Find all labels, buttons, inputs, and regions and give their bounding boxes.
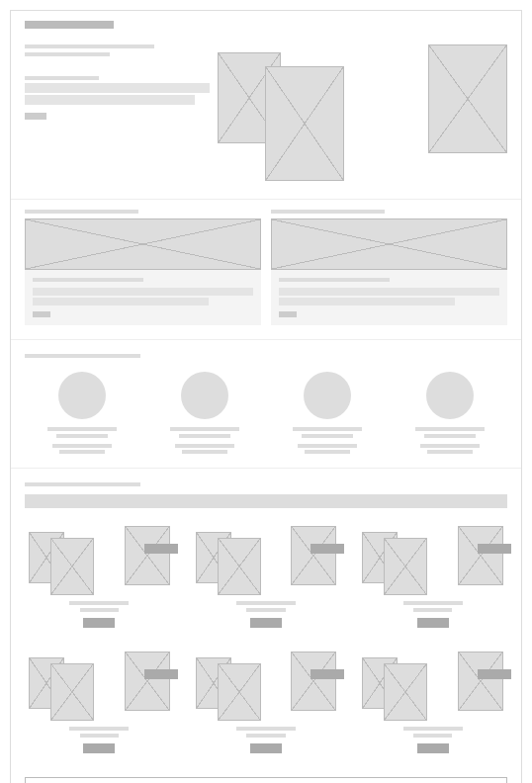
page-header: [11, 11, 521, 39]
card-heading: [279, 278, 390, 282]
product-image-stack: [358, 648, 507, 719]
team-member: [393, 372, 507, 454]
product-image: [458, 652, 503, 711]
card-line: [279, 288, 499, 296]
product-cta-button[interactable]: [417, 618, 449, 628]
footer-input[interactable]: [25, 777, 507, 783]
product-image-stack: [25, 648, 174, 719]
member-line: [52, 444, 112, 448]
team-member: [270, 372, 385, 454]
hero-image-center: [265, 66, 344, 181]
product-image: [384, 538, 427, 595]
card-image: [271, 218, 507, 270]
member-line: [305, 450, 350, 454]
hero-cta-button[interactable]: [25, 113, 46, 120]
member-name: [47, 427, 117, 431]
avatar: [426, 372, 474, 419]
team-heading: [25, 354, 140, 358]
product-title: [69, 601, 129, 605]
hero-body-1: [25, 83, 210, 93]
member-role: [424, 434, 476, 438]
card-cta-button[interactable]: [279, 311, 297, 317]
card-eyebrow: [271, 210, 385, 214]
member-name: [170, 427, 239, 431]
product-image: [218, 663, 261, 721]
card-line: [279, 298, 455, 305]
member-role: [56, 434, 108, 438]
product-cta-button[interactable]: [250, 618, 282, 628]
member-line: [420, 444, 480, 448]
member-line: [427, 450, 473, 454]
product-card: [25, 522, 174, 628]
product-image: [125, 526, 170, 585]
page: [10, 10, 522, 783]
product-cta-button[interactable]: [83, 743, 115, 753]
team-section: [11, 340, 521, 469]
card-body: [271, 270, 507, 325]
product-image: [50, 663, 94, 721]
card-line: [33, 288, 253, 296]
hero-image-stack: [218, 44, 507, 183]
product-image-stack: [25, 522, 174, 593]
product-sub: [246, 608, 285, 612]
products-section: [11, 469, 521, 767]
product-image: [458, 526, 503, 585]
card: [25, 210, 261, 325]
product-image: [125, 652, 170, 711]
product-card: [358, 522, 507, 628]
product-sub: [80, 734, 119, 738]
product-image-stack: [358, 522, 507, 593]
product-sub: [80, 608, 119, 612]
product-cta-button[interactable]: [417, 743, 449, 753]
product-card: [192, 648, 341, 753]
hero-label: [25, 76, 99, 80]
product-title: [236, 601, 296, 605]
product-sub: [413, 608, 452, 612]
team-row: [25, 372, 507, 454]
avatar: [181, 372, 228, 419]
product-badge: [310, 669, 344, 679]
product-sub: [246, 734, 285, 738]
product-title: [403, 727, 463, 731]
member-line: [298, 444, 357, 448]
product-title: [403, 601, 463, 605]
page-title: [25, 21, 114, 29]
member-name: [293, 427, 362, 431]
product-badge: [478, 544, 511, 554]
footer-section: [11, 767, 521, 783]
card-eyebrow: [25, 210, 138, 214]
product-card: [358, 648, 507, 753]
member-line: [182, 450, 227, 454]
product-badge: [478, 669, 511, 679]
product-badge: [144, 669, 178, 679]
hero-text-block: [25, 44, 218, 183]
card-cta-button[interactable]: [33, 311, 50, 317]
card: [271, 210, 507, 325]
product-card: [192, 522, 341, 628]
product-image: [291, 652, 336, 711]
cards-row: [11, 200, 521, 340]
team-member: [25, 372, 139, 454]
product-badge: [310, 544, 344, 554]
member-role: [179, 434, 230, 438]
team-member: [147, 372, 262, 454]
card-heading: [33, 278, 143, 282]
hero-body-2: [25, 95, 195, 105]
hero-section: [11, 39, 521, 200]
product-image-stack: [192, 522, 341, 593]
avatar: [58, 372, 106, 419]
products-heading: [25, 482, 140, 486]
member-role: [302, 434, 353, 438]
card-body: [25, 270, 261, 325]
member-line: [59, 450, 105, 454]
product-badge: [144, 544, 178, 554]
product-cta-button[interactable]: [83, 618, 115, 628]
product-title: [236, 727, 296, 731]
products-banner: [25, 494, 507, 508]
product-image: [384, 663, 427, 721]
product-sub: [413, 734, 452, 738]
product-cta-button[interactable]: [250, 743, 282, 753]
product-image: [50, 538, 94, 595]
product-image: [291, 526, 336, 585]
member-name: [415, 427, 485, 431]
